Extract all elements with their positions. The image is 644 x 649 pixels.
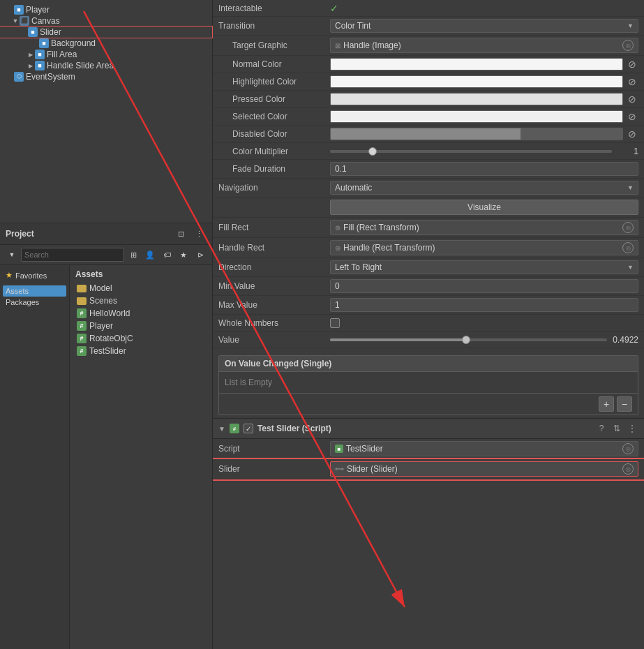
row-color-multiplier: Color Multiplier 1 bbox=[213, 143, 644, 160]
target-graphic-ref[interactable]: ⊠ Handle (Image) ◎ bbox=[330, 38, 638, 53]
color-multiplier-slider: 1 bbox=[330, 147, 638, 156]
direction-dropdown[interactable]: Left To Right ▼ bbox=[330, 260, 638, 274]
sidebar-favorites[interactable]: ★ Favorites bbox=[3, 269, 66, 281]
highlighted-color-picker-btn[interactable]: ⊘ bbox=[626, 75, 638, 88]
more-btn[interactable]: ⊳ bbox=[193, 247, 208, 262]
star-btn[interactable]: ★ bbox=[176, 247, 191, 262]
pressed-color-swatch[interactable] bbox=[330, 93, 623, 105]
slider-ref[interactable]: ⟺ Slider (Slider) ◎ bbox=[330, 461, 638, 477]
hierarchy-label-slider: Slider bbox=[40, 27, 61, 37]
asset-scenes[interactable]: Scenes bbox=[74, 294, 208, 307]
disabled-color-picker-btn[interactable]: ⊘ bbox=[626, 128, 638, 140]
highlighted-color-swatch[interactable] bbox=[330, 75, 623, 88]
max-value-input[interactable] bbox=[330, 298, 638, 312]
tree-arrow-canvas: ▼ bbox=[11, 17, 20, 24]
asset-label-scenes: Scenes bbox=[89, 296, 117, 306]
asset-player[interactable]: # Player bbox=[74, 320, 208, 332]
view-toggle-btn[interactable]: ⊞ bbox=[126, 247, 141, 262]
search-input[interactable] bbox=[21, 248, 124, 262]
tag-btn[interactable]: 🏷 bbox=[159, 247, 174, 262]
add-event-btn[interactable]: + bbox=[599, 396, 614, 412]
hierarchy-label-handleslidearea: Handle Slide Area bbox=[47, 61, 114, 70]
color-multiplier-label: Color Multiplier bbox=[218, 147, 330, 156]
whole-numbers-checkbox[interactable] bbox=[330, 318, 340, 328]
hierarchy-item-handleslidearea[interactable]: ▶ ■ Handle Slide Area bbox=[0, 60, 212, 71]
slider-thumb[interactable] bbox=[368, 147, 377, 156]
handle-rect-ref[interactable]: ⊕ Handle (Rect Transform) ◎ bbox=[330, 240, 638, 255]
row-pressed-color: Pressed Color ⊘ bbox=[213, 91, 644, 108]
assets-label: Assets bbox=[6, 287, 29, 295]
project-lock-btn[interactable]: ⊡ bbox=[173, 226, 188, 241]
row-fade-duration: Fade Duration bbox=[213, 160, 644, 179]
normal-color-picker-btn[interactable]: ⊘ bbox=[626, 58, 638, 70]
disabled-color-field: ⊘ bbox=[330, 128, 638, 140]
fill-rect-text: Fill (Rect Transform) bbox=[343, 223, 419, 232]
row-interactable: Interactable ✓ bbox=[213, 0, 644, 17]
handle-select-circle[interactable]: ◎ bbox=[622, 242, 634, 253]
target-select-circle[interactable]: ◎ bbox=[622, 40, 634, 51]
project-sidebar: ★ Favorites Assets Packages bbox=[0, 265, 70, 649]
more-options-btn[interactable]: ⋮ bbox=[626, 422, 638, 435]
filter-dropdown-btn[interactable]: ▼ bbox=[4, 247, 20, 262]
value-label: Value bbox=[218, 335, 330, 345]
selected-color-picker-btn[interactable]: ⊘ bbox=[626, 110, 638, 123]
fade-duration-input[interactable] bbox=[330, 162, 638, 176]
hierarchy-item-canvas[interactable]: ▼ ⬛ Canvas bbox=[0, 15, 212, 27]
interactable-checkbox[interactable]: ✓ bbox=[330, 3, 338, 14]
asset-rotateobjc[interactable]: # RotateObjC bbox=[74, 332, 208, 345]
script-icon-rotateobjc: # bbox=[77, 334, 87, 343]
row-visualize: Visualize bbox=[213, 197, 644, 218]
selected-color-swatch[interactable] bbox=[330, 110, 623, 123]
slider-select-circle[interactable]: ◎ bbox=[622, 463, 634, 475]
help-icon-btn[interactable]: ? bbox=[595, 422, 608, 435]
settings-icon-btn[interactable]: ⇅ bbox=[611, 422, 623, 435]
asset-model[interactable]: Model bbox=[74, 282, 208, 294]
fill-ref-left: ⊕ Fill (Rect Transform) bbox=[335, 223, 419, 232]
whole-numbers-value bbox=[330, 318, 638, 328]
selected-color-field: ⊘ bbox=[330, 110, 638, 123]
packages-label: Packages bbox=[6, 298, 39, 306]
tree-arrow-fillarea: ▶ bbox=[27, 52, 35, 58]
script-file-icon: ■ bbox=[335, 445, 343, 453]
hierarchy-item-fillarea[interactable]: ▶ ■ Fill Area bbox=[0, 49, 212, 60]
value-slider: 0.4922 bbox=[330, 335, 638, 345]
pressed-color-picker-btn[interactable]: ⊘ bbox=[626, 93, 638, 105]
project-menu-btn[interactable]: ⋮ bbox=[191, 226, 207, 241]
normal-color-field: ⊘ bbox=[330, 58, 638, 70]
hierarchy-item-eventsystem[interactable]: ⬡ EventSystem bbox=[0, 71, 212, 82]
normal-color-swatch[interactable] bbox=[330, 58, 623, 70]
hierarchy-item-player[interactable]: ■ Player bbox=[0, 4, 212, 15]
asset-helloworld[interactable]: # HelloWorld bbox=[74, 307, 208, 320]
disabled-color-swatch[interactable] bbox=[330, 128, 623, 140]
row-transition: Transition Color Tint ▼ bbox=[213, 17, 644, 36]
min-value-input[interactable] bbox=[330, 279, 638, 293]
fill-rect-ref[interactable]: ⊕ Fill (Rect Transform) ◎ bbox=[330, 220, 638, 235]
script-select-circle[interactable]: ◎ bbox=[622, 443, 634, 454]
fill-rect-label: Fill Rect bbox=[218, 223, 330, 232]
direction-label: Direction bbox=[218, 262, 330, 272]
section-collapse-arrow[interactable]: ▼ bbox=[218, 425, 225, 433]
row-navigation: Navigation Automatic ▼ bbox=[213, 179, 644, 197]
value-track[interactable] bbox=[330, 338, 607, 341]
script-enabled-checkbox[interactable] bbox=[244, 424, 253, 433]
remove-event-btn[interactable]: − bbox=[617, 396, 632, 412]
sidebar-assets[interactable]: Assets bbox=[3, 285, 66, 297]
asset-testslider[interactable]: # TestSlider bbox=[74, 345, 208, 357]
slider-track[interactable] bbox=[330, 150, 612, 153]
event-empty-label: List is Empty bbox=[219, 372, 638, 393]
fill-select-circle[interactable]: ◎ bbox=[622, 222, 634, 233]
transition-dropdown-text: Color Tint bbox=[335, 21, 370, 31]
sidebar-packages[interactable]: Packages bbox=[3, 297, 66, 308]
navigation-dropdown[interactable]: Automatic ▼ bbox=[330, 181, 638, 195]
visualize-button[interactable]: Visualize bbox=[330, 200, 638, 215]
cube-icon: ■ bbox=[14, 5, 24, 15]
script-ref[interactable]: ■ TestSlider ◎ bbox=[330, 441, 638, 456]
hierarchy-item-slider[interactable]: ■ Slider bbox=[0, 27, 212, 38]
handle-rect-text: Handle (Rect Transform) bbox=[343, 243, 435, 253]
hierarchy-item-background[interactable]: ■ Background bbox=[0, 38, 212, 49]
value-thumb[interactable] bbox=[462, 336, 470, 344]
hierarchy-label-canvas: Canvas bbox=[31, 16, 60, 26]
add-folder-btn[interactable]: 👤 bbox=[142, 247, 158, 262]
transition-dropdown[interactable]: Color Tint ▼ bbox=[330, 19, 638, 33]
slider-cube-icon: ■ bbox=[28, 27, 38, 37]
